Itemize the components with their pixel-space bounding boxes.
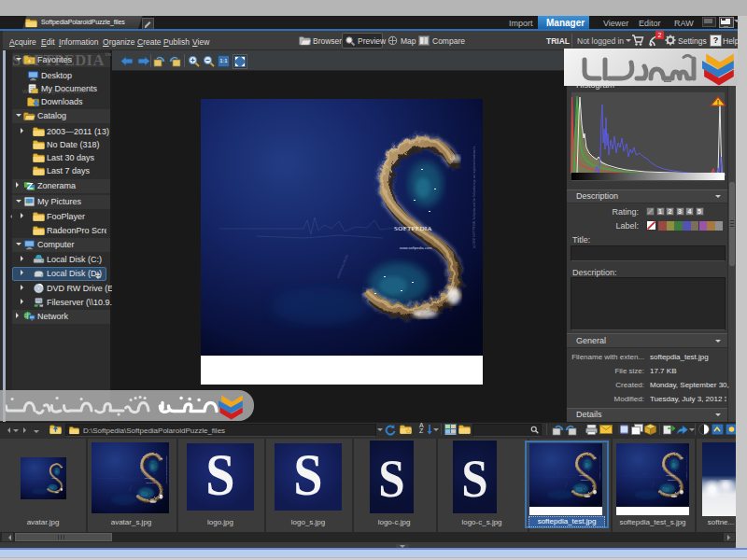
svg-text:!: !	[717, 99, 719, 105]
